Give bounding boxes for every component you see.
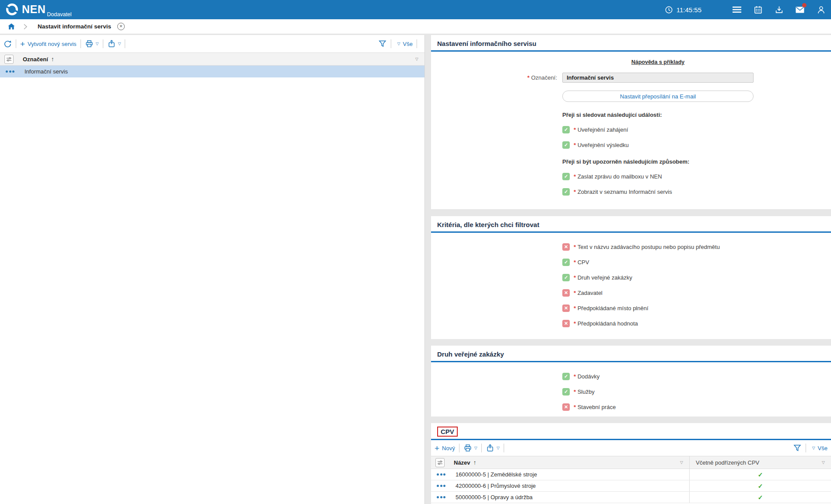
print-icon[interactable] [85,39,94,48]
refresh-icon[interactable] [4,40,12,48]
export-icon[interactable] [107,39,116,48]
export-dropdown-icon[interactable]: ▽ [118,42,121,46]
designation-label: Označení: [431,74,557,81]
show-all-button[interactable]: ▽ Vše [395,41,413,47]
cpv-row[interactable]: 16000000-5 | Zemědělské stroje ✓ [431,469,831,480]
section-title: Druh veřejné zakázky [431,346,831,361]
included-check-icon: ✓ [758,494,763,501]
download-icon[interactable] [774,5,784,14]
user-icon[interactable] [816,5,826,14]
toolbar-separator [459,444,459,452]
column-settings-icon[interactable] [4,55,14,64]
sort-asc-icon[interactable]: ↑ [473,459,477,466]
service-list-toolbar: + Vytvořit nový servis ▽ ▽ ▽ Vše [0,35,424,52]
service-row-selected[interactable]: Informační servis [0,66,424,77]
checkbox-row: ✕ Předpokládaná hodnota [562,320,831,327]
column-filter-icon[interactable]: ▽ [680,460,683,465]
section-kind: Druh veřejné zakázky ✓ Dodávky ✓ Služby … [431,346,831,416]
create-new-service-button[interactable]: + Vytvořit nový servis [20,40,77,48]
plus-icon: + [435,444,439,452]
show-all-button[interactable]: ▽ Vše [810,445,827,452]
checkbox-misto-plneni[interactable]: ✕ [562,304,570,312]
print-dropdown-icon[interactable]: ▽ [474,446,477,450]
brand-role: Dodavatel [47,11,71,18]
checkbox-sluzby[interactable]: ✓ [562,388,570,396]
print-dropdown-icon[interactable]: ▽ [96,42,99,46]
checkbox-cpv[interactable]: ✓ [562,259,570,266]
filter-icon[interactable] [378,39,387,48]
checkbox-row: ✓ Druh veřejné zakázky [562,274,831,281]
row-menu-icon[interactable] [6,70,17,73]
checkbox-text-v-nazvu[interactable]: ✕ [562,243,570,251]
toolbar-separator [81,39,81,48]
section-cpv: CPV + Nový ▽ ▽ ▽ [431,423,831,504]
column-filter-icon[interactable]: ▽ [415,57,418,61]
toolbar-separator [125,39,125,48]
checkbox-zadavatel[interactable]: ✕ [562,289,570,297]
row-menu-icon[interactable] [437,485,448,487]
export-icon[interactable] [486,444,494,452]
row-menu-icon[interactable] [437,473,448,476]
service-row-label: Informační servis [25,68,68,75]
cpv-highlight-box: CPV [437,427,458,437]
help-link[interactable]: Nápověda s příklady [631,59,685,65]
clock-time: 11:45:55 [677,6,701,14]
cpv-table-header: Název ↑ ▽ Včetně podřízených CPV ▽ [431,456,831,469]
checkbox-zobrazit-v-seznamu[interactable]: ✓ [562,188,570,196]
designation-input[interactable] [562,73,754,83]
breadcrumb-title: Nastavit informační servis [38,23,111,30]
toolbar-separator [481,444,482,452]
export-dropdown-icon[interactable]: ▽ [497,446,500,450]
checkbox-stavebni-prace[interactable]: ✕ [562,403,570,411]
cpv-row[interactable]: 50000000-5 | Opravy a údržba ✓ [431,492,831,503]
close-tab-icon[interactable] [117,23,125,30]
section-title: CPV [431,423,831,439]
checkbox-uverejneni-vysledku[interactable]: ✓ [562,141,570,149]
nen-logo[interactable]: NEN Dodavatel [0,0,72,19]
print-icon[interactable] [463,444,472,452]
column-header-nazev[interactable]: Název [454,459,470,466]
row-menu-icon[interactable] [437,496,448,498]
sort-asc-icon[interactable]: ↑ [51,56,54,63]
home-icon[interactable] [7,22,16,31]
filter-icon[interactable] [793,444,802,452]
topbar-actions: 11:45:55 [665,0,826,19]
plus-icon: + [20,40,25,48]
checkbox-row: ✓ Uveřejnění zahájení [562,126,831,133]
column-header-oznaceni[interactable]: Označení [23,56,48,63]
clock-icon [665,6,673,14]
checkbox-row: ✓ CPV [562,259,831,266]
menu-icon[interactable] [732,5,742,14]
toolbar-separator [391,39,391,48]
toolbar-separator [103,39,103,48]
column-header-vcetne-podrizenych[interactable]: Včetně podřízených CPV [696,459,759,466]
checkbox-druh-verejne-zakazky[interactable]: ✓ [562,274,570,281]
cpv-row-name: 50000000-5 | Opravy a údržba [456,494,533,500]
events-heading: Přeji si sledovat následující události: [562,112,831,118]
included-check-icon: ✓ [758,471,763,478]
cpv-row-name: 42000000-6 | Průmyslové stroje [456,483,536,489]
checkbox-row: ✓ Uveřejnění výsledku [562,141,831,149]
included-check-icon: ✓ [758,483,763,490]
toolbar-separator [16,39,16,48]
notify-heading: Přeji si být upozorněn následujícím způs… [562,158,831,165]
top-bar: NEN Dodavatel 11:45:55 [0,0,831,19]
column-filter-icon[interactable]: ▽ [822,460,825,465]
mail-icon[interactable] [795,5,805,14]
checkbox-uverejneni-zahajeni[interactable]: ✓ [562,126,570,133]
cpv-row[interactable]: 42000000-6 | Průmyslové stroje ✓ [431,480,831,492]
new-cpv-button[interactable]: + Nový [435,444,455,452]
checkbox-row: ✓ Dodávky [562,373,831,380]
calendar-icon[interactable] [753,5,763,14]
email-forwarding-button[interactable]: Nastavit přeposílání na E-mail [562,91,754,102]
checkbox-zaslat-zpravu[interactable]: ✓ [562,173,570,180]
all-dropdown-icon: ▽ [397,42,400,46]
column-settings-icon[interactable] [435,458,445,467]
checkbox-predpokladana-hodnota[interactable]: ✕ [562,320,570,327]
checkbox-row: ✕ Předpokládané místo plnění [562,304,831,312]
section-rule [431,231,831,233]
all-dropdown-icon: ▽ [812,446,815,450]
section-rule [431,361,831,362]
checkbox-dodavky[interactable]: ✓ [562,373,570,380]
settings-panel: Nastavení informačního servisu Nápověda … [431,35,831,504]
